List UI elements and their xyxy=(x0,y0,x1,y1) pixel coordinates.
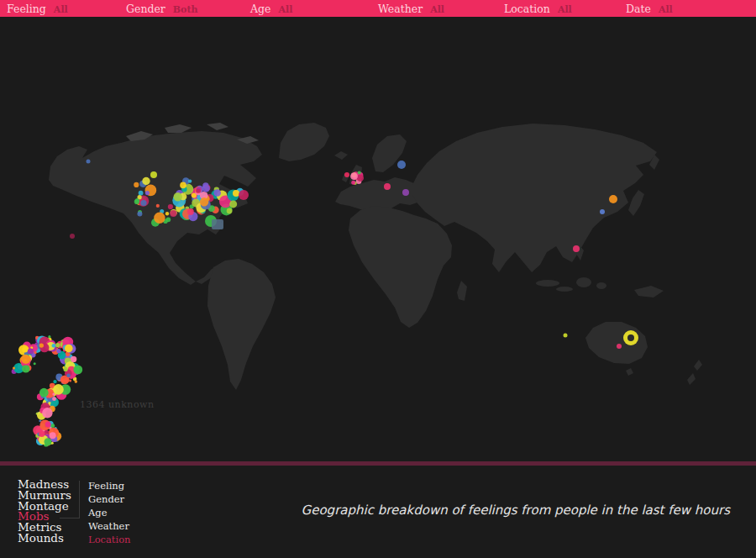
feeling-dot[interactable] xyxy=(134,182,139,187)
unknown-dot[interactable] xyxy=(53,384,64,395)
feeling-dot[interactable] xyxy=(229,200,237,208)
unknown-dot[interactable] xyxy=(50,432,56,439)
feeling-dot[interactable] xyxy=(564,334,568,338)
feeling-dot[interactable] xyxy=(200,197,208,206)
unknown-dot[interactable] xyxy=(73,366,82,375)
feeling-dot[interactable] xyxy=(168,204,173,209)
filter-age[interactable]: AgeAll xyxy=(250,0,292,17)
unknown-dot[interactable] xyxy=(51,424,55,428)
feeling-dot[interactable] xyxy=(87,160,91,164)
unknown-dot[interactable] xyxy=(66,373,71,377)
subnav-item-location[interactable]: Location xyxy=(88,534,131,547)
unknown-dot[interactable] xyxy=(28,348,34,354)
filter-value: Both xyxy=(173,4,198,15)
filter-value: All xyxy=(558,4,572,15)
feeling-dot[interactable] xyxy=(213,189,221,197)
feeling-dot[interactable] xyxy=(180,182,186,189)
world-map xyxy=(0,0,756,558)
filter-feeling[interactable]: FeelingAll xyxy=(7,0,68,17)
feeling-dot[interactable] xyxy=(609,195,617,203)
feeling-dot[interactable] xyxy=(165,212,169,215)
unknown-dot[interactable] xyxy=(52,344,56,348)
filter-date[interactable]: DateAll xyxy=(626,0,673,17)
unknown-dot[interactable] xyxy=(34,362,36,365)
feeling-dot[interactable] xyxy=(135,198,139,203)
sumatra xyxy=(536,280,559,287)
feeling-dot[interactable] xyxy=(233,190,239,197)
feeling-dot[interactable] xyxy=(357,175,364,182)
feeling-dot[interactable] xyxy=(188,179,192,182)
feeling-dot[interactable] xyxy=(156,204,160,208)
new-zealand xyxy=(687,360,702,385)
unknown-dot[interactable] xyxy=(45,438,52,445)
feeling-dot[interactable] xyxy=(202,185,210,192)
feeling-dot[interactable] xyxy=(402,189,409,196)
feeling-dot[interactable] xyxy=(351,181,355,185)
unknown-dot[interactable] xyxy=(22,347,28,353)
feeling-dot[interactable] xyxy=(196,188,200,192)
unknown-dot[interactable] xyxy=(39,388,49,397)
feeling-dot[interactable] xyxy=(397,161,406,169)
subnav-item-age[interactable]: Age xyxy=(88,507,131,520)
filter-gender[interactable]: GenderBoth xyxy=(126,0,198,17)
filter-label: Date xyxy=(626,3,651,15)
unknown-dot[interactable] xyxy=(48,335,50,338)
feeling-dot[interactable] xyxy=(140,200,146,206)
nav-item-mounds[interactable]: Mounds xyxy=(18,533,71,544)
feeling-dot[interactable] xyxy=(70,234,75,239)
subnav-item-feeling[interactable]: Feeling xyxy=(88,480,131,493)
feeling-square[interactable] xyxy=(212,219,223,229)
unknown-dot[interactable] xyxy=(75,380,78,383)
unknown-dot[interactable] xyxy=(52,393,55,396)
unknown-dot[interactable] xyxy=(39,343,44,347)
feeling-dot[interactable] xyxy=(142,177,150,185)
feeling-dot[interactable] xyxy=(165,217,171,222)
feeling-dot[interactable] xyxy=(137,211,142,216)
feeling-dot[interactable] xyxy=(344,172,349,177)
feeling-dot[interactable] xyxy=(187,208,194,215)
feeling-dot[interactable] xyxy=(145,191,150,195)
unknown-dot[interactable] xyxy=(65,345,73,353)
view-description: Geographic breakdown of feelings from pe… xyxy=(302,503,730,518)
feeling-dot[interactable] xyxy=(170,210,176,217)
main-nav: MadnessMurmursMontageMobsMetricsMounds xyxy=(18,479,71,544)
sulawesi xyxy=(596,282,606,289)
unknown-dot[interactable] xyxy=(55,343,60,347)
feeling-dot[interactable] xyxy=(139,191,144,196)
subnav-item-weather[interactable]: Weather xyxy=(88,520,131,534)
unknown-dot[interactable] xyxy=(56,349,60,353)
feeling-dot[interactable] xyxy=(600,209,605,214)
unknown-dot[interactable] xyxy=(64,367,68,371)
unknown-dot[interactable] xyxy=(53,380,56,383)
filter-weather[interactable]: WeatherAll xyxy=(378,0,444,17)
subnav-item-gender[interactable]: Gender xyxy=(88,493,131,507)
unknown-count-label: 1364 unknown xyxy=(80,399,155,410)
unknown-dot[interactable] xyxy=(71,356,76,362)
feeling-dot[interactable] xyxy=(573,245,580,252)
nav-connector-vline xyxy=(79,481,80,519)
feeling-dot[interactable] xyxy=(227,208,233,214)
feeling-dot[interactable] xyxy=(239,190,249,200)
unknown-dot[interactable] xyxy=(42,408,52,418)
unknown-dot[interactable] xyxy=(45,422,51,428)
feeling-dot[interactable] xyxy=(358,171,361,174)
filter-location[interactable]: LocationAll xyxy=(504,0,572,17)
feeling-dot[interactable] xyxy=(154,213,165,224)
unknown-dot[interactable] xyxy=(15,368,18,371)
borneo xyxy=(576,277,591,287)
feeling-dot[interactable] xyxy=(150,171,157,178)
unknown-dot[interactable] xyxy=(22,365,29,372)
feeling-dot[interactable] xyxy=(350,172,358,180)
feeling-dot[interactable] xyxy=(384,183,391,190)
unknown-dot[interactable] xyxy=(13,366,15,369)
unknown-dot[interactable] xyxy=(39,431,45,437)
unknown-dot[interactable] xyxy=(34,351,36,354)
filter-value: All xyxy=(54,4,68,15)
unknown-dot[interactable] xyxy=(45,429,47,432)
filter-value: All xyxy=(430,4,444,15)
unknown-dot[interactable] xyxy=(52,397,56,401)
feeling-dot[interactable] xyxy=(617,344,622,349)
feeling-dot[interactable] xyxy=(174,192,182,201)
continent-africa xyxy=(349,206,452,328)
unknown-dot[interactable] xyxy=(21,355,30,364)
